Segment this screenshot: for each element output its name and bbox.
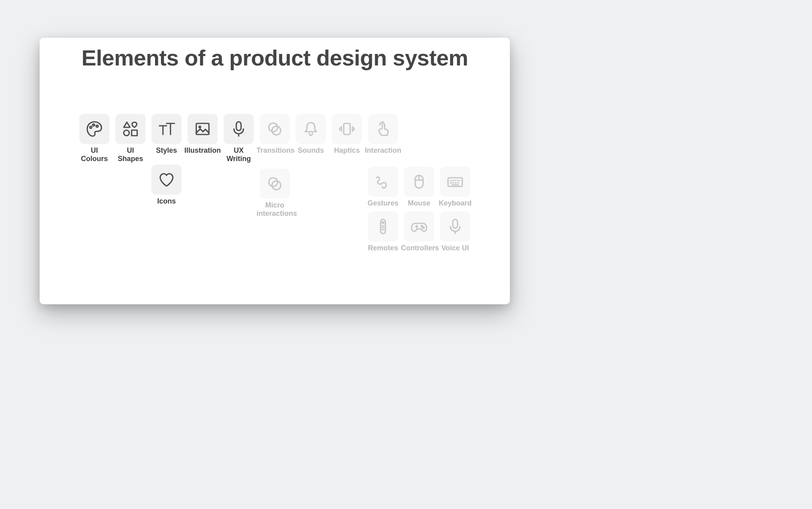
svg-point-3 xyxy=(124,130,129,136)
svg-rect-4 xyxy=(132,130,137,136)
svg-point-18 xyxy=(423,227,424,228)
heart-icon xyxy=(151,165,182,195)
svg-point-17 xyxy=(421,225,422,227)
blend-icon xyxy=(260,114,290,144)
svg-point-0 xyxy=(90,127,92,129)
item-controllers: Controllers xyxy=(401,211,437,252)
item-label: Mouse xyxy=(401,199,437,207)
squiggle-icon xyxy=(368,167,398,197)
item-label: UIShapes xyxy=(112,146,149,163)
gamepad-icon xyxy=(404,211,434,242)
item-label: Illustration xyxy=(184,146,221,155)
item-interaction: Interaction xyxy=(365,114,401,155)
item-label: Microinteractions xyxy=(257,201,293,217)
item-ui-colours: UIColours xyxy=(76,114,113,163)
item-keyboard: Keyboard xyxy=(437,167,473,207)
tap-icon xyxy=(368,114,398,144)
svg-point-16 xyxy=(382,222,384,223)
item-ui-shapes: UIShapes xyxy=(112,114,149,163)
item-label: Haptics xyxy=(329,146,365,155)
svg-point-6 xyxy=(199,126,201,128)
svg-rect-7 xyxy=(236,122,241,131)
svg-point-2 xyxy=(96,125,98,127)
item-gestures: Gestures xyxy=(365,167,401,207)
item-sounds: Sounds xyxy=(293,114,329,155)
item-label: Sounds xyxy=(293,146,329,155)
item-label: Gestures xyxy=(365,199,401,207)
item-remotes: Remotes xyxy=(365,211,401,252)
bell-icon xyxy=(296,114,326,144)
vibrate-icon xyxy=(332,114,362,144)
remote-icon xyxy=(368,211,398,242)
slide-title: Elements of a product design system xyxy=(40,45,510,71)
item-label: UXWriting xyxy=(220,146,257,163)
item-voice-ui: Voice UI xyxy=(437,211,473,252)
item-styles: Styles xyxy=(148,114,185,155)
item-mouse: Mouse xyxy=(401,167,437,207)
svg-point-1 xyxy=(93,124,95,126)
image-icon xyxy=(188,114,218,144)
item-label: Interaction xyxy=(365,146,401,155)
microphone-icon xyxy=(440,211,470,242)
palette-icon xyxy=(79,114,109,144)
item-label: UIColours xyxy=(76,146,113,163)
item-haptics: Haptics xyxy=(329,114,365,155)
item-label: Remotes xyxy=(365,244,401,252)
item-label: Styles xyxy=(148,146,185,155)
item-label: Transitions xyxy=(257,146,293,155)
keyboard-icon xyxy=(440,167,470,197)
svg-rect-10 xyxy=(344,123,350,134)
item-icons: Icons xyxy=(148,165,185,206)
item-label: Icons xyxy=(148,197,185,206)
blend-icon xyxy=(260,169,290,199)
svg-rect-5 xyxy=(196,123,209,134)
item-label: Voice UI xyxy=(437,244,473,252)
item-ux-writing: UXWriting xyxy=(220,114,257,163)
item-label: Keyboard xyxy=(437,199,473,207)
item-label: Controllers xyxy=(401,244,437,252)
mouse-icon xyxy=(404,167,434,197)
microphone-icon xyxy=(224,114,254,144)
slide-card: Elements of a product design system UICo… xyxy=(40,38,510,304)
item-transitions: Transitions xyxy=(257,114,293,155)
svg-rect-19 xyxy=(453,219,458,228)
typography-icon xyxy=(151,114,182,144)
item-illustration: Illustration xyxy=(184,114,221,155)
shapes-icon xyxy=(115,114,146,144)
item-micro-interactions: Microinteractions xyxy=(257,169,293,217)
